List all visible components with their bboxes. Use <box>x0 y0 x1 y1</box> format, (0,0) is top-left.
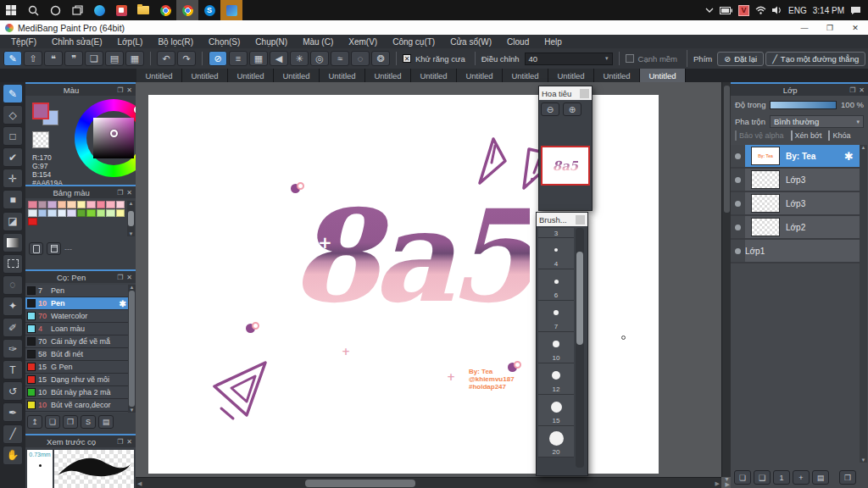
color-wheel[interactable] <box>75 99 136 177</box>
document-tab[interactable]: Untitled <box>411 69 457 82</box>
menu-item[interactable]: Công cụ(T) <box>385 37 442 47</box>
undo-button[interactable]: ↶ <box>157 51 175 66</box>
palette-swatch[interactable] <box>28 218 37 225</box>
popout-icon[interactable]: ❐ <box>117 274 123 281</box>
palette-swatch[interactable] <box>106 209 115 217</box>
document-tab[interactable]: Untitled <box>182 69 228 82</box>
layer-visibility-toggle[interactable] <box>731 216 745 238</box>
redo-button[interactable]: ↷ <box>177 51 196 66</box>
snap-none-button[interactable]: ⊘ <box>209 51 227 66</box>
palette-swatch[interactable] <box>106 201 115 208</box>
palette-swatch[interactable] <box>97 209 106 217</box>
close-button[interactable]: ✕ <box>843 20 868 35</box>
document-tab[interactable]: Untitled <box>136 69 182 82</box>
taskbar-photos-window-button[interactable] <box>220 0 242 20</box>
popout-icon[interactable]: ❐ <box>117 438 123 446</box>
select-rect-tool[interactable]: □ <box>3 126 23 146</box>
menu-item[interactable]: Cửa sổ(W) <box>442 37 499 47</box>
canvas-vertical-scrollbar[interactable] <box>721 82 731 477</box>
brush-size-option[interactable]: 4 <box>538 238 574 269</box>
menu-item[interactable]: Help <box>537 37 570 47</box>
palette-swatch[interactable] <box>86 209 96 217</box>
pen-tool[interactable]: ✒ <box>3 402 23 422</box>
document-tab[interactable]: Untitled <box>365 69 411 82</box>
palette-swatch[interactable] <box>58 209 67 217</box>
brush-item[interactable]: 70Cái này để vẽ mắ <box>25 336 128 348</box>
add-palette-color-button[interactable] <box>29 242 43 255</box>
brush-list-scrollbar[interactable]: ▲ ▼ <box>128 285 136 413</box>
menu-item[interactable]: Chỉnh sửa(E) <box>44 37 110 47</box>
brush-item[interactable]: 7Bút <box>25 412 128 413</box>
select-pen-tool[interactable]: ✐ <box>3 318 23 337</box>
scroll-up-icon[interactable]: ▲ <box>129 201 134 206</box>
scroll-up-icon[interactable]: ▲ <box>861 145 866 150</box>
line-tool[interactable]: ╱ <box>3 424 23 444</box>
palette-scrollbar[interactable]: ▲ ▼ <box>127 201 135 236</box>
brush-size-option[interactable]: 7 <box>538 301 574 332</box>
popout-icon[interactable]: ❐ <box>849 86 855 94</box>
action-center-icon[interactable] <box>850 6 861 15</box>
menu-item[interactable]: Lớp(L) <box>110 37 151 47</box>
transparent-color-swatch[interactable] <box>32 131 49 148</box>
close-icon[interactable]: ✕ <box>126 189 132 197</box>
brush-item[interactable]: 70Watercolor <box>25 310 128 323</box>
saturation-square[interactable] <box>93 118 134 158</box>
palette-swatch[interactable] <box>97 201 106 208</box>
lock-option[interactable]: Khóa <box>828 131 850 140</box>
taskbar-chrome-window-button[interactable] <box>176 0 198 20</box>
add-brush-button[interactable]: ❏ <box>45 415 60 429</box>
document-tab[interactable]: Untitled <box>503 69 548 82</box>
adjust-dropdown[interactable]: 40 ▾ <box>525 53 613 65</box>
layer-visibility-toggle[interactable] <box>731 240 745 262</box>
popout-icon[interactable]: ❐ <box>117 86 123 94</box>
bucket-tool[interactable]: ◪ <box>3 212 23 231</box>
document-tab[interactable]: Untitled <box>320 69 365 82</box>
move-tool[interactable]: ✛ <box>3 169 23 188</box>
antialias-checkbox[interactable]: ✕ <box>403 54 411 63</box>
language-indicator[interactable]: ENG <box>788 6 807 15</box>
layer-row[interactable]: Lớp2 <box>731 216 860 240</box>
document-settings-button[interactable]: ▦ <box>125 51 144 66</box>
zoom-in-button[interactable]: ⊕ <box>563 103 581 116</box>
brush-size-option[interactable]: 15 <box>538 395 574 426</box>
menu-item[interactable]: Tệp(F) <box>3 37 44 47</box>
brush-item[interactable]: 4Loan màu <box>25 323 128 336</box>
palette-swatch[interactable] <box>28 209 37 217</box>
maximize-button[interactable]: ❐ <box>817 20 843 35</box>
taskbar-edge-button[interactable] <box>88 0 110 20</box>
document-grid-button[interactable]: ▤ <box>105 51 124 66</box>
wifi-icon[interactable] <box>755 6 766 14</box>
brush-size-scrollbar[interactable] <box>576 228 584 468</box>
menu-item[interactable]: Màu (C) <box>295 37 341 47</box>
document-tab[interactable]: Untitled <box>228 69 274 82</box>
brush-item[interactable]: 10Bút này pha 2 mà <box>25 386 128 399</box>
scroll-right-icon[interactable]: ▶ <box>715 480 720 487</box>
layer-row[interactable]: Lớp3 <box>731 169 860 192</box>
eraser-tool[interactable]: ◇ <box>3 105 23 125</box>
scroll-down-icon[interactable]: ▼ <box>130 408 135 413</box>
lasso-tool[interactable]: ◌ <box>3 275 23 295</box>
popout-icon[interactable]: ❐ <box>117 189 123 197</box>
brush-item[interactable]: 7Pen <box>25 285 128 297</box>
scroll-up-icon[interactable]: ▲ <box>130 285 135 290</box>
blend-mode-dropdown[interactable]: Bình thường ▾ <box>770 115 864 128</box>
palette-swatch[interactable] <box>38 209 47 217</box>
select-eraser-tool[interactable]: ✑ <box>3 339 23 358</box>
magic-wand-tool[interactable]: ✦ <box>3 297 23 316</box>
comment-button[interactable]: ❝ <box>44 51 63 66</box>
document-tab[interactable]: Untitled <box>274 69 320 82</box>
document-tab[interactable]: Untitled <box>457 69 503 82</box>
task-view-button[interactable] <box>66 0 88 20</box>
panel-button[interactable] <box>576 215 585 225</box>
brush-size-option[interactable]: 12 <box>538 363 574 395</box>
taskbar-chrome-button[interactable] <box>154 0 176 20</box>
brush-tool[interactable]: ✎ <box>3 84 23 103</box>
brush-size-option[interactable]: 6 <box>538 269 574 301</box>
add-brush-menu-button[interactable]: ❐ <box>63 415 78 429</box>
snap-concentric-button[interactable]: ◎ <box>310 51 329 66</box>
palette-swatch[interactable] <box>28 201 37 208</box>
start-button[interactable] <box>0 0 22 20</box>
layer-folder-button[interactable]: ▤ <box>812 470 829 485</box>
scroll-left-icon[interactable]: ◀ <box>137 480 142 487</box>
opacity-slider[interactable] <box>770 101 837 109</box>
